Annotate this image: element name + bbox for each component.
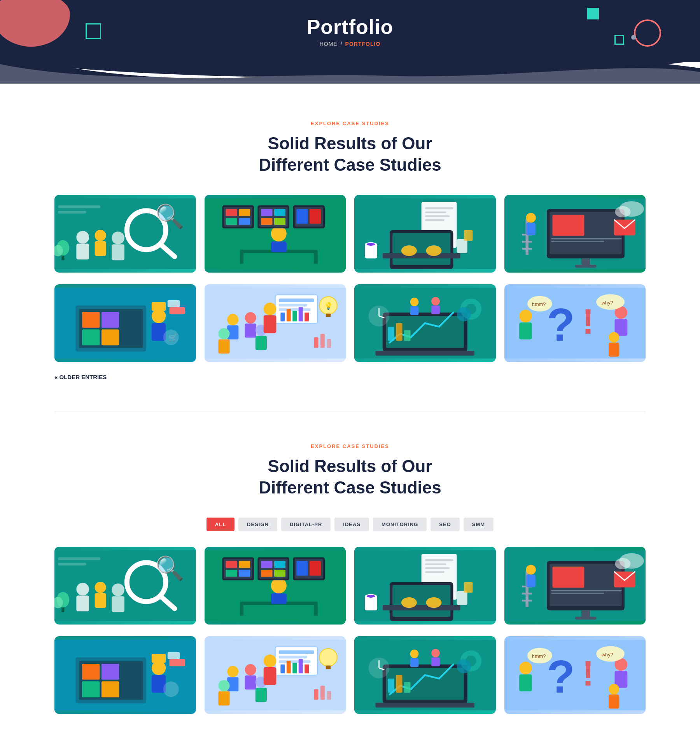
svg-point-7	[95, 230, 106, 241]
svg-point-133	[609, 332, 619, 343]
card-s2-7[interactable]	[354, 636, 496, 714]
filter-digital-pr[interactable]: DIGITAL-PR	[281, 518, 331, 531]
svg-rect-155	[240, 605, 243, 616]
svg-rect-56	[551, 238, 621, 240]
svg-text:!: !	[582, 654, 593, 693]
card-s2-5[interactable]	[54, 636, 196, 714]
card-s2-6[interactable]	[205, 636, 346, 714]
card-2[interactable]	[205, 195, 346, 273]
svg-rect-271	[609, 695, 619, 709]
older-entries[interactable]: « OLDER ENTRIES	[54, 374, 646, 380]
svg-rect-121	[404, 330, 410, 341]
svg-rect-2	[58, 211, 86, 213]
svg-rect-29	[274, 209, 285, 216]
svg-rect-161	[226, 561, 237, 568]
svg-rect-229	[298, 659, 303, 673]
svg-rect-100	[255, 336, 266, 350]
svg-rect-180	[425, 571, 444, 573]
card-2-illustration	[205, 195, 346, 273]
svg-rect-256	[388, 679, 394, 693]
svg-rect-198	[575, 617, 596, 619]
svg-point-122	[410, 298, 419, 306]
svg-point-95	[245, 312, 256, 324]
filter-tabs: ALL DESIGN DIGITAL-PR IDEAS MONITORING S…	[54, 518, 646, 531]
svg-rect-92	[304, 313, 309, 322]
svg-rect-257	[396, 675, 402, 693]
card-3-illustration	[354, 195, 496, 273]
card-s2-2[interactable]	[205, 547, 346, 625]
svg-point-101	[263, 303, 276, 315]
svg-point-239	[263, 654, 276, 667]
filter-all[interactable]: ALL	[206, 518, 234, 531]
page-header: Portfolio HOME / PORTFOLIO	[0, 0, 700, 62]
svg-rect-98	[218, 339, 229, 353]
svg-rect-179	[425, 567, 450, 569]
card-s2-1-illustration	[54, 547, 196, 625]
svg-point-5	[76, 231, 89, 244]
card-s2-7-illustration	[354, 636, 496, 714]
older-entries-link[interactable]: « OLDER ENTRIES	[54, 374, 107, 380]
svg-rect-102	[263, 315, 276, 333]
portfolio-grid-4: ? ! hmm? why?	[54, 636, 646, 714]
card-8[interactable]: ? ! hmm? why?	[504, 284, 646, 362]
section1-title: Solid Results of Our Different Case Stud…	[54, 133, 646, 175]
svg-point-93	[227, 314, 238, 325]
svg-rect-218	[152, 654, 166, 663]
svg-rect-225	[278, 660, 310, 663]
svg-point-217	[163, 681, 179, 697]
card-s2-4[interactable]	[504, 547, 646, 625]
svg-rect-177	[425, 559, 453, 561]
card-6-illustration: 💡	[205, 284, 346, 362]
svg-point-97	[218, 328, 229, 339]
svg-rect-168	[274, 561, 285, 568]
svg-rect-72	[82, 312, 100, 328]
svg-rect-51	[464, 230, 473, 241]
svg-text:why?: why?	[601, 652, 613, 658]
filter-smm[interactable]: SMM	[464, 518, 494, 531]
card-4[interactable]	[504, 195, 646, 273]
card-1[interactable]	[54, 195, 196, 273]
card-6[interactable]: 💡	[205, 284, 346, 362]
svg-rect-43	[392, 233, 450, 265]
svg-rect-104	[326, 313, 331, 317]
svg-rect-80	[152, 302, 166, 311]
card-s2-8[interactable]: ? ! hmm? why?	[504, 636, 646, 714]
card-s2-1[interactable]	[54, 547, 196, 625]
card-s2-3[interactable]	[354, 547, 496, 625]
card-3[interactable]	[354, 195, 496, 273]
breadcrumb-home[interactable]: HOME	[320, 41, 338, 47]
svg-rect-170	[274, 570, 285, 577]
svg-rect-50	[457, 239, 467, 253]
svg-rect-86	[278, 304, 307, 306]
card-5[interactable]: 🛒	[54, 284, 196, 362]
svg-point-115	[457, 307, 471, 321]
svg-rect-213	[82, 681, 100, 697]
card-7[interactable]	[354, 284, 496, 362]
filter-ideas[interactable]: IDEAS	[334, 518, 369, 531]
svg-rect-41	[425, 219, 444, 221]
svg-rect-106	[314, 337, 318, 348]
svg-rect-55	[552, 215, 584, 236]
svg-text:hmm?: hmm?	[532, 301, 545, 307]
svg-rect-195	[551, 590, 621, 591]
svg-text:hmm?: hmm?	[532, 653, 545, 659]
svg-rect-91	[298, 307, 303, 321]
svg-rect-151	[58, 557, 100, 560]
svg-rect-262	[431, 658, 440, 667]
svg-rect-123	[410, 306, 419, 315]
svg-rect-169	[261, 570, 272, 577]
svg-point-259	[410, 650, 419, 658]
svg-rect-226	[280, 665, 285, 674]
svg-rect-143	[76, 595, 89, 611]
svg-rect-201	[522, 593, 532, 595]
filter-seo[interactable]: SEO	[430, 518, 459, 531]
filter-monitoring[interactable]: MONITORING	[373, 518, 427, 531]
svg-rect-62	[522, 241, 532, 243]
svg-rect-178	[425, 563, 446, 565]
svg-point-144	[95, 582, 106, 593]
svg-rect-16	[240, 253, 243, 264]
svg-rect-152	[58, 563, 86, 565]
filter-design[interactable]: DESIGN	[238, 518, 277, 531]
card-7-illustration	[354, 284, 496, 362]
svg-point-146	[112, 584, 124, 597]
